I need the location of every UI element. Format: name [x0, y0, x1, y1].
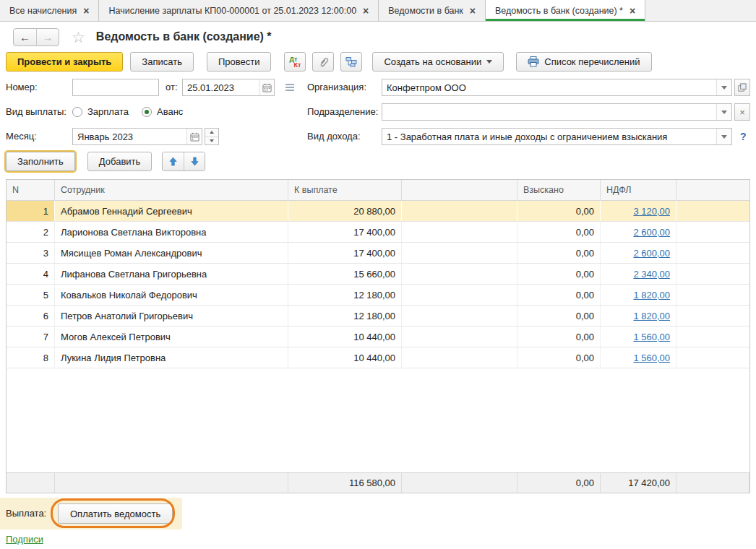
- payout-cell[interactable]: 12 180,00: [288, 306, 402, 326]
- tab-payroll-document[interactable]: Начисление зарплаты КП00-000001 от 25.01…: [99, 0, 379, 21]
- ndfl-link[interactable]: 1 560,00: [633, 353, 670, 363]
- forward-button[interactable]: →: [36, 29, 59, 46]
- ndfl-link[interactable]: 2 600,00: [633, 227, 670, 238]
- payout-cell[interactable]: 15 660,00: [288, 264, 402, 284]
- tab-bank-statements-list[interactable]: Ведомости в банк ×: [379, 0, 486, 21]
- ndfl-link[interactable]: 1 820,00: [633, 311, 670, 321]
- post-button[interactable]: Провести: [207, 52, 272, 72]
- pay-statement-button[interactable]: Оплатить ведомость: [58, 503, 173, 524]
- back-button[interactable]: ←: [14, 29, 36, 46]
- signatures-link[interactable]: Подписи: [6, 534, 43, 545]
- col-header-n[interactable]: N: [7, 180, 55, 200]
- table-row[interactable]: 7 Могов Алексей Петрович 10 440,00 0,00 …: [7, 327, 749, 347]
- attachments-button[interactable]: [312, 52, 334, 72]
- payout-cell[interactable]: 17 400,00: [288, 243, 402, 263]
- employee-cell[interactable]: Ларионова Светлана Викторовна: [55, 222, 288, 242]
- department-input[interactable]: [382, 104, 716, 120]
- tab-all-accruals[interactable]: Все начисления ×: [0, 0, 99, 21]
- stepper-up-button[interactable]: [205, 129, 218, 137]
- ndfl-link[interactable]: 2 340,00: [633, 269, 670, 280]
- col-header-ndfl[interactable]: НДФЛ: [601, 180, 676, 200]
- post-and-close-button[interactable]: Провести и закрыть: [6, 52, 123, 72]
- collected-cell[interactable]: 0,00: [517, 327, 601, 347]
- save-button[interactable]: Записать: [130, 52, 194, 72]
- row-number: 2: [7, 222, 55, 242]
- table-row[interactable]: 1 Абрамов Геннадий Сергеевич 20 880,00 0…: [7, 201, 749, 222]
- collected-cell[interactable]: 0,00: [517, 201, 601, 221]
- radio-advance-label[interactable]: Аванс: [157, 103, 183, 121]
- income-type-input[interactable]: [382, 129, 716, 144]
- number-input[interactable]: [73, 79, 158, 95]
- radio-salary-label[interactable]: Зарплата: [87, 103, 129, 121]
- add-button[interactable]: Добавить: [87, 152, 152, 171]
- tab-close-icon[interactable]: ×: [83, 6, 89, 16]
- radio-salary[interactable]: [72, 107, 82, 117]
- blank-cell: [676, 347, 749, 368]
- payout-cell[interactable]: 10 440,00: [288, 347, 402, 368]
- dropdown-button[interactable]: [716, 129, 731, 144]
- move-down-button[interactable]: [184, 152, 205, 170]
- payout-cell[interactable]: 12 180,00: [288, 285, 402, 305]
- help-question-icon[interactable]: ?: [740, 128, 747, 145]
- month-input[interactable]: [73, 129, 186, 144]
- row-number: 4: [7, 264, 55, 284]
- table-row[interactable]: 4 Лифанова Светлана Григорьевна 15 660,0…: [7, 264, 749, 285]
- tab-bank-statement-new[interactable]: Ведомость в банк (создание) * ×: [486, 0, 645, 21]
- collected-cell[interactable]: 0,00: [517, 347, 601, 368]
- employee-cell[interactable]: Лукина Лидия Петровна: [55, 347, 288, 368]
- ndfl-link[interactable]: 1 820,00: [633, 290, 670, 301]
- blank-cell: [676, 306, 749, 326]
- col-header-payout[interactable]: К выплате: [288, 180, 402, 200]
- related-documents-button[interactable]: [340, 52, 362, 72]
- table-row[interactable]: 3 Мясищев Роман Александрович 17 400,00 …: [7, 243, 749, 264]
- create-based-on-button[interactable]: Создать на основании: [372, 52, 504, 72]
- col-header-employee[interactable]: Сотрудник: [55, 180, 288, 200]
- department-clear-button[interactable]: ×: [734, 103, 750, 121]
- income-type-field-wrap: [382, 128, 732, 145]
- dropdown-button[interactable]: [716, 104, 731, 120]
- employee-cell[interactable]: Абрамов Геннадий Сергеевич: [55, 201, 288, 221]
- calendar-icon[interactable]: [259, 79, 274, 95]
- employee-cell[interactable]: Ковальков Николай Федорович: [55, 285, 288, 305]
- organization-input[interactable]: [382, 79, 716, 95]
- date-input[interactable]: [183, 79, 259, 95]
- payout-cell[interactable]: 20 880,00: [288, 201, 402, 221]
- from-label: от:: [166, 79, 178, 96]
- employee-cell[interactable]: Мясищев Роман Александрович: [55, 243, 288, 263]
- ndfl-link[interactable]: 3 120,00: [633, 206, 670, 217]
- employee-cell[interactable]: Петров Анатолий Григорьевич: [55, 306, 288, 326]
- move-up-button[interactable]: [163, 152, 184, 170]
- col-header-collected[interactable]: Взыскано: [517, 180, 601, 200]
- table-row[interactable]: 6 Петров Анатолий Григорьевич 12 180,00 …: [7, 306, 749, 327]
- collected-cell[interactable]: 0,00: [517, 243, 601, 263]
- collected-cell[interactable]: 0,00: [517, 222, 601, 242]
- tab-close-icon[interactable]: ×: [630, 6, 635, 16]
- triangle-up-icon: [210, 131, 214, 134]
- stepper-down-button[interactable]: [205, 137, 218, 145]
- payout-cell[interactable]: 17 400,00: [288, 222, 402, 242]
- tab-close-icon[interactable]: ×: [363, 6, 369, 16]
- ndfl-link[interactable]: 2 600,00: [633, 248, 670, 259]
- calendar-icon[interactable]: [186, 129, 202, 144]
- collected-cell[interactable]: 0,00: [517, 285, 601, 305]
- table-row[interactable]: 5 Ковальков Николай Федорович 12 180,00 …: [7, 285, 749, 306]
- date-field-wrap: [182, 79, 275, 96]
- employee-cell[interactable]: Лифанова Светлана Григорьевна: [55, 264, 288, 284]
- dtkt-postings-button[interactable]: ДтКт: [284, 52, 306, 72]
- transfer-list-button[interactable]: Список перечислений: [516, 52, 651, 72]
- collected-cell[interactable]: 0,00: [517, 264, 601, 284]
- dropdown-button[interactable]: [716, 79, 731, 95]
- toolbar: Провести и закрыть Записать Провести ДтК…: [6, 52, 652, 72]
- organization-open-button[interactable]: [734, 79, 750, 96]
- collected-cell[interactable]: 0,00: [517, 306, 601, 326]
- table-row[interactable]: 2 Ларионова Светлана Викторовна 17 400,0…: [7, 222, 749, 243]
- ndfl-link[interactable]: 1 560,00: [633, 332, 670, 342]
- radio-advance[interactable]: [142, 107, 152, 117]
- table-row[interactable]: 8 Лукина Лидия Петровна 10 440,00 0,00 1…: [7, 347, 749, 368]
- history-list-icon[interactable]: [283, 79, 296, 96]
- favorite-star-icon[interactable]: ☆: [72, 30, 85, 45]
- tab-close-icon[interactable]: ×: [470, 6, 476, 16]
- fill-button[interactable]: Заполнить: [6, 152, 75, 171]
- employee-cell[interactable]: Могов Алексей Петрович: [55, 327, 288, 347]
- payout-cell[interactable]: 10 440,00: [288, 327, 402, 347]
